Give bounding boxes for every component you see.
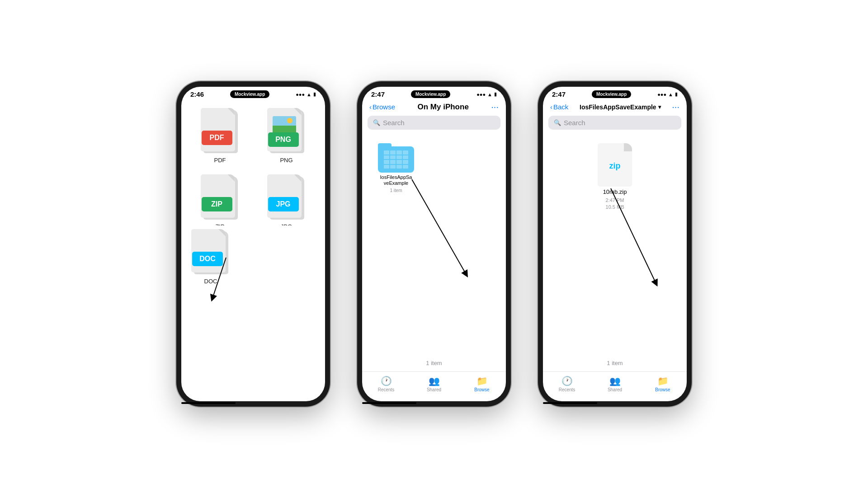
doc-front-zip: ZIP [201, 174, 235, 218]
status-icons-1: ●●● ▲ ▮ [296, 91, 316, 97]
svg-line-0 [212, 258, 226, 298]
chevron-left-icon-2: ‹ [369, 103, 372, 111]
shared-label-2: Shared [427, 387, 441, 392]
status-bar-2: 2:47 Mockview.app ●●● ▲ ▮ [362, 87, 506, 100]
search-icon-3: 🔍 [554, 119, 561, 126]
doc-row: DOC DOC [181, 225, 325, 285]
tab-shared-2[interactable]: 👥 Shared [420, 375, 448, 392]
item-count-3: 1 item [543, 359, 687, 367]
chevron-left-icon-3: ‹ [550, 103, 552, 111]
zip-icon-container: ZIP [200, 171, 241, 221]
phone-1-screen: 2:46 Mockview.app ●●● ▲ ▮ PDF PDF [181, 87, 325, 401]
nav-bar-2: ‹ Browse On My iPhone ··· [362, 100, 506, 116]
png-icon-container: PNG [266, 104, 307, 154]
search-placeholder-2: Search [383, 119, 405, 127]
battery-icon: ▮ [313, 91, 316, 97]
annotation-arrow-2 [398, 175, 489, 288]
signal-icon-3: ●●● [657, 92, 666, 97]
browse-label-3: Browse [655, 387, 670, 392]
recents-icon-2: 🕐 [381, 375, 392, 386]
status-bar-3: 2:47 Mockview.app ●●● ▲ ▮ [543, 87, 687, 100]
tab-bar-3: 🕐 Recents 👥 Shared 📁 Browse [543, 371, 687, 401]
browse-icon-3: 📁 [657, 375, 669, 386]
signal-icon: ●●● [296, 92, 305, 97]
nav-dropdown-icon: ▾ [658, 104, 661, 110]
doc-front-png: PNG [267, 108, 302, 151]
file-item-jpg[interactable]: JPG JPG [257, 171, 316, 225]
browse-label-2: Browse [474, 387, 489, 392]
folder-icon-2 [378, 143, 414, 173]
status-bar-1: 2:46 Mockview.app ●●● ▲ ▮ [181, 87, 325, 100]
pdf-badge: PDF [202, 131, 232, 145]
file-grid-1: PDF PDF PNG PNG [181, 100, 325, 225]
status-time-3: 2:47 [552, 90, 566, 98]
back-button-3[interactable]: ‹ Back [550, 103, 568, 111]
phone-1: 2:46 Mockview.app ●●● ▲ ▮ PDF PDF [176, 81, 330, 407]
tab-browse-3[interactable]: 📁 Browse [649, 375, 676, 392]
status-app-3: Mockview.app [592, 90, 631, 98]
file-item-pdf[interactable]: PDF PDF [190, 104, 250, 164]
doc-front-pdf: PDF [201, 108, 235, 151]
search-icon-2: 🔍 [373, 119, 380, 126]
png-badge: PNG [268, 132, 299, 147]
phone-2: 2:47 Mockview.app ●●● ▲ ▮ ‹ Browse On My… [357, 81, 511, 407]
battery-icon-2: ▮ [494, 91, 497, 97]
annotation-arrow-3 [588, 184, 679, 297]
status-time-1: 2:46 [190, 90, 204, 98]
sun-icon [287, 118, 292, 123]
zip-file-icon: zip [598, 143, 632, 187]
wifi-icon: ▲ [307, 92, 311, 97]
browse-icon-2: 📁 [476, 375, 488, 386]
content-area-2: IosFilesAppSa veExample 1 item 1 item [362, 134, 506, 371]
more-button-2[interactable]: ··· [491, 102, 499, 112]
back-label-2: Browse [373, 103, 395, 111]
pdf-label: PDF [214, 157, 226, 164]
status-app-1: Mockview.app [230, 90, 269, 98]
recents-label-2: Recents [378, 387, 395, 392]
shared-icon-3: 👥 [609, 375, 621, 386]
file-item-zip[interactable]: ZIP ZIP [190, 171, 250, 225]
nav-title-2: On My iPhone [418, 103, 469, 112]
status-app-2: Mockview.app [411, 90, 450, 98]
annotation-arrow-1 [203, 253, 249, 307]
back-label-3: Back [553, 103, 568, 111]
phone-2-screen: 2:47 Mockview.app ●●● ▲ ▮ ‹ Browse On My… [362, 87, 506, 401]
jpg-icon-container: JPG [266, 171, 307, 221]
jpg-badge: JPG [268, 197, 299, 211]
zip-badge: ZIP [202, 197, 232, 211]
phone-3-screen: 2:47 Mockview.app ●●● ▲ ▮ ‹ Back IosFile… [543, 87, 687, 401]
search-placeholder-3: Search [564, 119, 585, 127]
wifi-icon-2: ▲ [487, 92, 492, 97]
tab-bar-2: 🕐 Recents 👥 Shared 📁 Browse [362, 371, 506, 401]
back-button-2[interactable]: ‹ Browse [369, 103, 395, 111]
search-bar-3[interactable]: 🔍 Search [548, 116, 681, 130]
tab-shared-3[interactable]: 👥 Shared [601, 375, 628, 392]
status-icons-2: ●●● ▲ ▮ [476, 91, 497, 97]
nav-title-3: IosFilesAppSaveExample ▾ [580, 103, 661, 111]
item-count-2: 1 item [362, 359, 506, 367]
file-item-png[interactable]: PNG PNG [257, 104, 316, 164]
pdf-icon-container: PDF [200, 104, 241, 154]
svg-line-1 [412, 179, 466, 274]
png-label: PNG [280, 157, 292, 164]
tab-recents-2[interactable]: 🕐 Recents [373, 375, 400, 392]
more-button-3[interactable]: ··· [672, 102, 679, 112]
svg-line-2 [611, 188, 656, 283]
tab-browse-2[interactable]: 📁 Browse [468, 375, 495, 392]
tab-recents-3[interactable]: 🕐 Recents [553, 375, 580, 392]
folder-grid [384, 150, 408, 169]
search-bar-2[interactable]: 🔍 Search [368, 116, 500, 130]
phone-3: 2:47 Mockview.app ●●● ▲ ▮ ‹ Back IosFile… [538, 81, 692, 407]
doc-front-jpg: JPG [267, 174, 302, 218]
battery-icon-3: ▮ [675, 91, 678, 97]
status-icons-3: ●●● ▲ ▮ [657, 91, 678, 97]
zip-icon-text: zip [609, 161, 621, 171]
folder-body [378, 146, 414, 173]
shared-label-3: Shared [608, 387, 622, 392]
shared-icon-2: 👥 [429, 375, 440, 386]
recents-label-3: Recents [559, 387, 576, 392]
signal-icon-2: ●●● [476, 92, 486, 97]
content-area-3: zip 10mb.zip 2:47 PM 10.5 MB 1 [543, 134, 687, 371]
nav-bar-3: ‹ Back IosFilesAppSaveExample ▾ ··· [543, 100, 687, 116]
recents-icon-3: 🕐 [561, 375, 573, 386]
